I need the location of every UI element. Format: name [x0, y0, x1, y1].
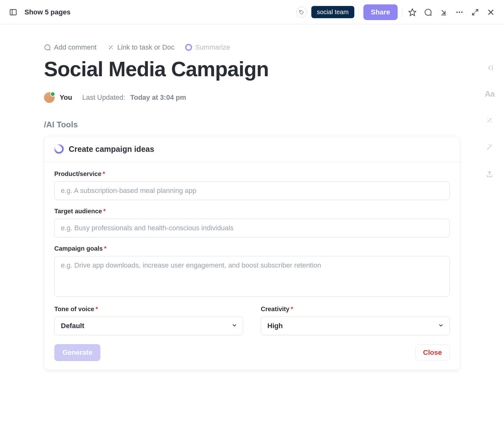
author-label: You: [60, 93, 72, 102]
right-rail: Aa: [484, 62, 495, 180]
audience-label: Target audience*: [54, 208, 450, 215]
tag-icon[interactable]: [296, 7, 307, 18]
tone-field: Tone of voice* Default: [54, 306, 243, 335]
required-star: *: [104, 245, 106, 252]
svg-point-2: [300, 11, 301, 11]
tone-label: Tone of voice*: [54, 306, 243, 313]
sidebar-toggle-icon[interactable]: [8, 7, 19, 18]
slash-command[interactable]: /AI Tools: [44, 120, 460, 130]
audience-input[interactable]: [54, 219, 450, 237]
goals-label-text: Campaign goals: [54, 245, 103, 252]
creativity-field: Creativity* High: [261, 306, 450, 335]
goals-label: Campaign goals*: [54, 245, 450, 252]
more-icon[interactable]: [454, 7, 465, 18]
topbar-left: Show 5 pages: [8, 7, 292, 18]
avatar[interactable]: [44, 92, 55, 103]
ai-orb-icon: [54, 144, 64, 154]
divider: [402, 8, 402, 17]
svg-point-4: [456, 11, 458, 13]
creativity-select[interactable]: High: [261, 317, 450, 335]
svg-point-6: [461, 11, 462, 13]
comment-icon[interactable]: [422, 7, 434, 18]
svg-rect-0: [10, 9, 16, 15]
ai-write-icon[interactable]: [484, 114, 495, 126]
goals-field: Campaign goals*: [54, 245, 450, 298]
content: Add comment Link to task or Doc Summariz…: [0, 24, 504, 370]
updated-label: Last Updated:: [82, 93, 125, 102]
card-title: Create campaign ideas: [69, 145, 154, 154]
generate-button[interactable]: Generate: [54, 344, 100, 361]
required-star: *: [95, 306, 98, 312]
comment-icon: [44, 44, 51, 51]
star-icon[interactable]: [407, 7, 418, 18]
required-star: *: [103, 208, 106, 215]
product-input[interactable]: [54, 181, 450, 200]
goals-input[interactable]: [54, 256, 450, 297]
expand-icon[interactable]: [469, 7, 481, 18]
summarize-action[interactable]: Summarize: [185, 43, 230, 51]
tone-select-wrap: Default: [54, 317, 243, 335]
ai-card: Create campaign ideas Product/service* T…: [44, 136, 460, 370]
product-label-text: Product/service: [54, 170, 101, 177]
add-comment-label: Add comment: [54, 43, 97, 51]
creativity-select-wrap: High: [261, 317, 450, 335]
close-button[interactable]: Close: [415, 344, 450, 361]
show-pages-link[interactable]: Show 5 pages: [24, 8, 71, 16]
collapse-icon[interactable]: [484, 62, 495, 73]
card-body: Product/service* Target audience* Campai…: [44, 162, 460, 370]
svg-marker-3: [409, 9, 416, 16]
required-star: *: [103, 170, 105, 177]
team-tag[interactable]: social team: [311, 6, 354, 18]
link-icon: [107, 44, 114, 51]
updated-time: Today at 3:04 pm: [130, 93, 186, 102]
close-icon[interactable]: [485, 7, 496, 18]
link-task-label: Link to task or Doc: [117, 43, 174, 51]
link-task-action[interactable]: Link to task or Doc: [107, 43, 174, 51]
magic-wand-icon[interactable]: [484, 141, 495, 153]
product-field: Product/service*: [54, 170, 450, 200]
divider: [359, 8, 359, 17]
topbar: Show 5 pages social team Share: [0, 0, 504, 24]
topbar-right: social team Share: [296, 4, 496, 20]
download-icon[interactable]: [438, 7, 449, 18]
svg-point-5: [459, 11, 460, 13]
creativity-label-text: Creativity: [261, 306, 289, 312]
add-comment-action[interactable]: Add comment: [44, 43, 97, 51]
audience-label-text: Target audience: [54, 208, 102, 215]
font-icon[interactable]: Aa: [484, 89, 495, 99]
product-label: Product/service*: [54, 170, 450, 178]
upload-icon[interactable]: [484, 168, 495, 180]
meta-row: You Last Updated: Today at 3:04 pm: [44, 92, 460, 103]
required-star: *: [291, 306, 293, 312]
audience-field: Target audience*: [54, 208, 450, 237]
tone-label-text: Tone of voice: [54, 306, 94, 312]
page-title: Social Media Campaign: [44, 57, 460, 81]
creativity-label: Creativity*: [261, 306, 450, 313]
share-button[interactable]: Share: [363, 4, 398, 20]
ai-icon: [185, 44, 192, 51]
action-row: Add comment Link to task or Doc Summariz…: [44, 43, 460, 51]
card-footer: Generate Close: [54, 344, 450, 361]
two-col: Tone of voice* Default Creativity* High: [54, 306, 450, 335]
tone-select[interactable]: Default: [54, 317, 243, 335]
card-header: Create campaign ideas: [44, 136, 460, 162]
summarize-label: Summarize: [195, 43, 230, 51]
